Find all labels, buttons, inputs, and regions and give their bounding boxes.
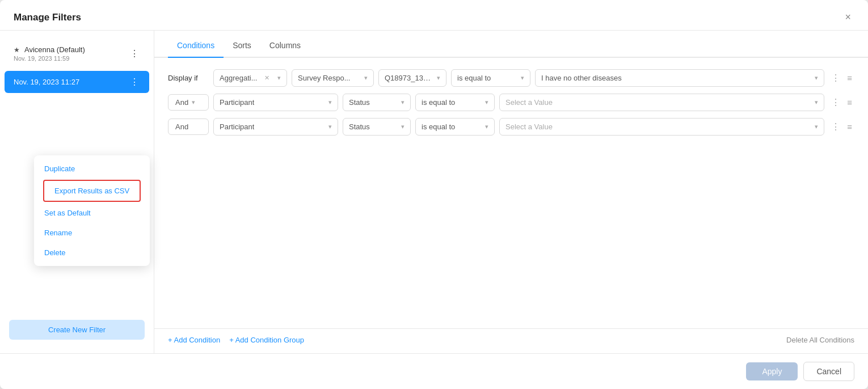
condition-row2-col2-dropdown[interactable]: Status ▾ <box>343 94 411 111</box>
delete-all-conditions-button[interactable]: Delete All Conditions <box>786 336 854 344</box>
chevron-down-icon: ▾ <box>485 99 488 106</box>
menu-item-duplicate[interactable]: Duplicate <box>34 159 150 179</box>
tabs: Conditions Sorts Columns <box>154 31 868 58</box>
condition-row1-value-dropdown[interactable]: I have no other diseases ▾ <box>535 69 824 87</box>
condition-row-2: And ▾ Participant ▾ Status ▾ is equal to… <box>168 94 854 111</box>
chevron-down-icon: ▾ <box>815 99 818 106</box>
cancel-button[interactable]: Cancel <box>803 362 854 381</box>
chevron-down-icon: ▾ <box>437 74 440 82</box>
conditions-area: Display if Aggregati... ✕ ▾ Survey Respo… <box>154 58 868 328</box>
close-button[interactable]: × <box>841 10 854 24</box>
create-new-filter-button[interactable]: Create New Filter <box>9 320 145 340</box>
filter-item-default[interactable]: ★ Avicenna (Default) Nov. 19, 2023 11:59… <box>5 40 149 67</box>
chevron-down-icon: ▾ <box>328 123 332 130</box>
filter-item-default-date: Nov. 19, 2023 11:59 <box>14 55 85 62</box>
footer-left: + Add Condition + Add Condition Group <box>168 336 304 344</box>
tab-columns[interactable]: Columns <box>260 31 310 58</box>
modal-header: Manage Filters × <box>0 0 868 31</box>
pin-icon: ★ <box>14 46 20 54</box>
condition-row3-actions: ⋮ ≡ <box>829 120 854 133</box>
chevron-down-icon: ▾ <box>401 99 404 106</box>
chevron-down-icon: ▾ <box>815 74 818 82</box>
menu-item-rename[interactable]: Rename <box>34 223 150 243</box>
filter-item-active-name: Nov. 19, 2023 11:27 <box>14 78 79 86</box>
filter-default-kebab-button[interactable]: ⋮ <box>129 48 140 59</box>
add-condition-group-button[interactable]: + Add Condition Group <box>229 336 304 344</box>
manage-filters-modal: Manage Filters × ★ Avicenna (Default) No… <box>0 0 868 389</box>
condition-row3-connector: And <box>168 119 209 135</box>
condition-row-3: And Participant ▾ Status ▾ is equal to ▾ <box>168 118 854 136</box>
chevron-down-icon: ▾ <box>277 74 281 82</box>
condition-row1-col3-dropdown[interactable]: Q18973_13: ... ▾ <box>378 69 446 87</box>
main-content: Conditions Sorts Columns Display if Aggr… <box>154 31 868 353</box>
tab-sorts[interactable]: Sorts <box>224 31 260 58</box>
condition-row3-col1-dropdown[interactable]: Participant ▾ <box>213 118 338 136</box>
condition-row2-value-dropdown[interactable]: Select a Value ▾ <box>499 94 824 111</box>
condition-row3-col2-dropdown[interactable]: Status ▾ <box>343 118 411 136</box>
filter-item-default-name: Avicenna (Default) <box>24 45 85 54</box>
condition-row3-equals-icon[interactable]: ≡ <box>845 121 854 133</box>
condition-row1-operator-dropdown[interactable]: is equal to ▾ <box>451 69 530 87</box>
chevron-down-icon: ▾ <box>401 123 404 130</box>
condition-row2-col1-dropdown[interactable]: Participant ▾ <box>213 94 338 111</box>
close-icon[interactable]: ✕ <box>264 74 269 82</box>
condition-row1-equals-icon[interactable]: ≡ <box>845 72 854 84</box>
chevron-down-icon: ▾ <box>328 99 332 106</box>
condition-row2-kebab-button[interactable]: ⋮ <box>829 96 842 109</box>
menu-item-export-csv[interactable]: Export Results as CSV <box>43 180 141 202</box>
condition-row1-actions: ⋮ ≡ <box>829 71 854 84</box>
chevron-down-icon: ▾ <box>485 123 488 130</box>
filter-item-default-info: ★ Avicenna (Default) Nov. 19, 2023 11:59 <box>14 45 85 62</box>
context-menu: Duplicate Export Results as CSV Set as D… <box>34 155 150 266</box>
modal-title: Manage Filters <box>14 12 81 23</box>
menu-item-set-default[interactable]: Set as Default <box>34 203 150 223</box>
chevron-down-icon: ▾ <box>364 74 368 82</box>
condition-row3-value-dropdown[interactable]: Select a Value ▾ <box>499 118 824 136</box>
condition-row1-col2-dropdown[interactable]: Survey Respo... ▾ <box>292 69 374 87</box>
condition-row1-kebab-button[interactable]: ⋮ <box>829 71 842 84</box>
chevron-down-icon: ▾ <box>815 123 818 130</box>
chevron-down-icon: ▾ <box>192 99 195 106</box>
sidebar: ★ Avicenna (Default) Nov. 19, 2023 11:59… <box>0 31 154 353</box>
menu-item-delete[interactable]: Delete <box>34 243 150 263</box>
condition-row-1: Display if Aggregati... ✕ ▾ Survey Respo… <box>168 69 854 87</box>
add-condition-button[interactable]: + Add Condition <box>168 336 220 344</box>
condition-row2-actions: ⋮ ≡ <box>829 96 854 109</box>
conditions-footer: + Add Condition + Add Condition Group De… <box>154 328 868 353</box>
condition-row1-col1-dropdown[interactable]: Aggregati... ✕ ▾ <box>213 69 287 87</box>
tab-conditions[interactable]: Conditions <box>168 31 224 58</box>
condition-row3-operator-dropdown[interactable]: is equal to ▾ <box>415 118 495 136</box>
filter-item-active[interactable]: Nov. 19, 2023 11:27 ⋮ <box>5 71 149 93</box>
filter-active-kebab-button[interactable]: ⋮ <box>129 77 140 87</box>
sidebar-bottom: Create New Filter <box>0 320 154 344</box>
condition-row2-operator-dropdown[interactable]: is equal to ▾ <box>415 94 495 111</box>
chevron-down-icon: ▾ <box>521 74 524 82</box>
apply-button[interactable]: Apply <box>746 362 798 380</box>
modal-footer: Apply Cancel <box>0 353 868 389</box>
condition-row2-equals-icon[interactable]: ≡ <box>845 96 854 108</box>
display-if-label: Display if <box>168 74 209 82</box>
modal-body: ★ Avicenna (Default) Nov. 19, 2023 11:59… <box>0 31 868 353</box>
condition-row2-connector[interactable]: And ▾ <box>168 94 209 111</box>
condition-row3-kebab-button[interactable]: ⋮ <box>829 120 842 133</box>
